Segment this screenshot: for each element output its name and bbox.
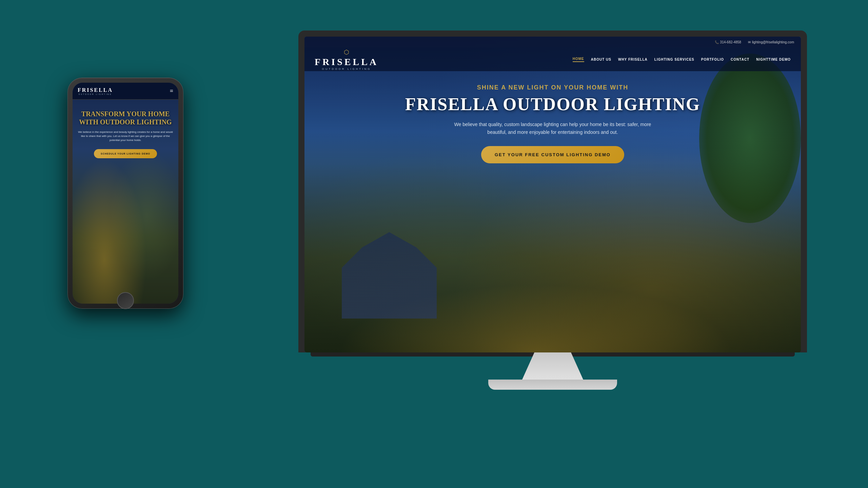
desktop-cta-button[interactable]: GET YOUR FREE CUSTOM LIGHTING DEMO xyxy=(481,146,624,163)
phone-logo-sub: OUTDOOR LIGHTING xyxy=(79,93,112,95)
phone-website: FRISELLA OUTDOOR LIGHTING ≡ TRANSFORM YO… xyxy=(73,83,178,304)
monitor-stand-base xyxy=(488,380,617,390)
desktop-monitor: 📞 314-682-4858 ✉ lighting@frisellalighti… xyxy=(298,30,807,420)
logo-icon: ⬡ xyxy=(344,48,349,56)
desktop-nav: ⬡ FRISELLA OUTDOOR LIGHTING HOME ABOUT U… xyxy=(304,47,801,71)
monitor-stand-neck xyxy=(522,352,583,380)
nav-about[interactable]: ABOUT US xyxy=(591,58,611,61)
email-contact: ✉ lighting@frisellalighting.com xyxy=(748,40,794,44)
nav-why-frisella[interactable]: WHY FRISELLA xyxy=(618,58,648,61)
top-bar: 📞 314-682-4858 ✉ lighting@frisellalighti… xyxy=(304,37,801,47)
nav-portfolio[interactable]: PORTFOLIO xyxy=(701,58,724,61)
desktop-website: 📞 314-682-4858 ✉ lighting@frisellalighti… xyxy=(304,37,801,352)
hero-tagline: SHINE A NEW LIGHT ON YOUR HOME WITH xyxy=(477,84,628,91)
hero-title: FRISELLA OUTDOOR LIGHTING xyxy=(405,95,701,114)
phone-nav: FRISELLA OUTDOOR LIGHTING ≡ xyxy=(73,83,178,100)
monitor-bezel: 📞 314-682-4858 ✉ lighting@frisellalighti… xyxy=(298,30,807,352)
phone-icon: 📞 xyxy=(715,40,719,44)
hero-section: SHINE A NEW LIGHT ON YOUR HOME WITH FRIS… xyxy=(304,84,801,163)
phone-logo-text: FRISELLA xyxy=(78,87,113,93)
phone-number: 314-682-4858 xyxy=(720,40,741,44)
phone-bezel: FRISELLA OUTDOOR LIGHTING ≡ TRANSFORM YO… xyxy=(68,78,183,308)
nav-contact[interactable]: CONTACT xyxy=(731,58,749,61)
nav-home[interactable]: HOME xyxy=(573,57,584,62)
nav-lighting-services[interactable]: LIGHTING SERVICES xyxy=(654,58,694,61)
desktop-logo[interactable]: ⬡ FRISELLA OUTDOOR LIGHTING xyxy=(315,48,378,70)
scene: 📞 314-682-4858 ✉ lighting@frisellalighti… xyxy=(27,24,841,464)
email-icon: ✉ xyxy=(748,40,751,44)
phone-logo[interactable]: FRISELLA OUTDOOR LIGHTING xyxy=(78,87,113,95)
phone-screen: FRISELLA OUTDOOR LIGHTING ≡ TRANSFORM YO… xyxy=(73,83,178,304)
phone-contact: 📞 314-682-4858 xyxy=(715,40,741,44)
logo-text: FRISELLA xyxy=(315,57,378,67)
phone-home-button[interactable] xyxy=(117,292,134,309)
hero-description: We believe that quality, custom landscap… xyxy=(451,121,654,136)
mobile-phone: FRISELLA OUTDOOR LIGHTING ≡ TRANSFORM YO… xyxy=(68,78,183,308)
monitor-screen: 📞 314-682-4858 ✉ lighting@frisellalighti… xyxy=(304,37,801,352)
nav-links: HOME ABOUT US WHY FRISELLA LIGHTING SERV… xyxy=(573,57,791,62)
phone-hero-description: We believe in the experience and beauty … xyxy=(78,130,173,142)
hamburger-menu-icon[interactable]: ≡ xyxy=(170,87,173,95)
phone-hero-section: TRANSFORM YOUR HOME WITH OUTDOOR LIGHTIN… xyxy=(78,110,173,158)
phone-hero-title: TRANSFORM YOUR HOME WITH OUTDOOR LIGHTIN… xyxy=(78,110,173,126)
nav-nighttime-demo[interactable]: NIGHTTIME DEMO xyxy=(756,58,791,61)
phone-cta-button[interactable]: SCHEDULE YOUR LIGHTING DEMO xyxy=(94,149,157,158)
email-address: lighting@frisellalighting.com xyxy=(752,40,794,44)
logo-subtitle: OUTDOOR LIGHTING xyxy=(322,67,371,70)
